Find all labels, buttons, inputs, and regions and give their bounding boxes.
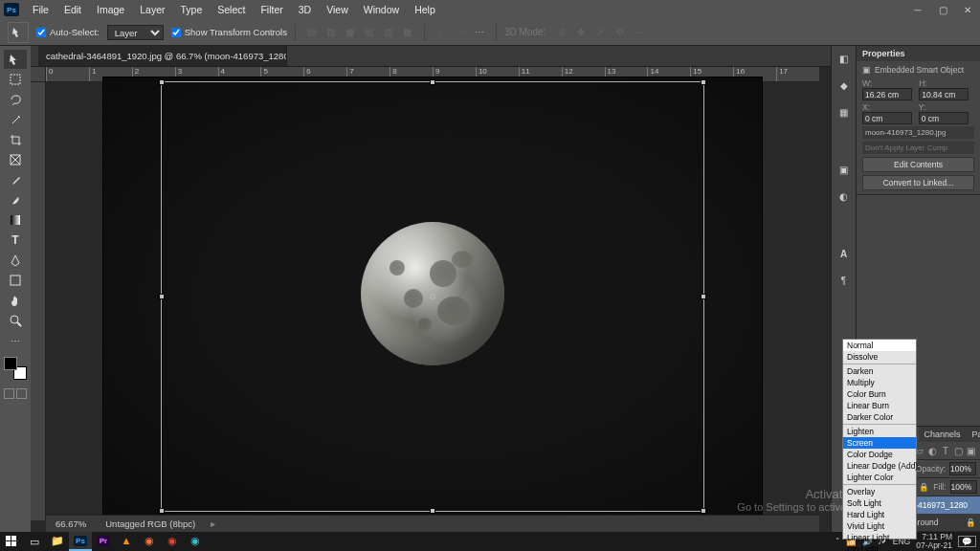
- blend-mode-option[interactable]: Pin Light: [843, 543, 916, 551]
- prop-layer-comp[interactable]: Don't Apply Layer Comp: [862, 142, 974, 154]
- tray-overflow-button[interactable]: ˄: [835, 537, 840, 546]
- blend-mode-option[interactable]: Darker Color: [843, 411, 916, 423]
- quickmask-button[interactable]: [4, 388, 14, 399]
- menu-view[interactable]: View: [319, 1, 356, 18]
- blend-mode-option[interactable]: Dissolve: [843, 351, 916, 363]
- gradient-tool[interactable]: [4, 210, 27, 230]
- menu-edit[interactable]: Edit: [56, 1, 89, 18]
- blend-mode-option[interactable]: Multiply: [843, 377, 916, 388]
- align-right-icon[interactable]: ▦: [342, 24, 359, 41]
- align-center-h-icon[interactable]: ▥: [323, 24, 340, 41]
- blend-mode-option[interactable]: Lighten: [843, 426, 916, 437]
- distribute-h-icon[interactable]: ⋮: [433, 24, 450, 41]
- menu-window[interactable]: Window: [356, 1, 407, 18]
- libraries-panel-icon[interactable]: ▣: [835, 161, 853, 178]
- blend-mode-option[interactable]: Linear Light: [843, 532, 916, 543]
- adjustments-panel-icon[interactable]: ◐: [835, 187, 853, 205]
- magic-wand-tool[interactable]: [4, 110, 27, 129]
- blend-mode-option[interactable]: Linear Burn: [843, 400, 916, 411]
- show-transform-checkbox[interactable]: [171, 28, 181, 37]
- edit-toolbar-button[interactable]: ⋯: [4, 331, 27, 350]
- menu-select[interactable]: Select: [210, 1, 253, 18]
- minimize-button[interactable]: ─: [905, 0, 930, 19]
- convert-linked-button[interactable]: Convert to Linked...: [862, 175, 974, 190]
- transform-handle-br[interactable]: [701, 508, 706, 514]
- menu-3d[interactable]: 3D: [291, 1, 319, 18]
- align-bottom-icon[interactable]: ▦: [399, 24, 416, 41]
- blend-mode-dropdown[interactable]: NormalDissolveDarkenMultiplyColor BurnLi…: [842, 339, 917, 540]
- blend-mode-option[interactable]: Color Burn: [843, 388, 916, 400]
- canvas-image[interactable]: [102, 77, 763, 517]
- blend-mode-option[interactable]: Overlay: [843, 486, 916, 497]
- transform-bounding-box[interactable]: [161, 81, 704, 512]
- shape-tool[interactable]: [4, 271, 27, 290]
- ruler-origin[interactable]: [31, 67, 46, 82]
- blend-mode-option[interactable]: Color Dodge: [843, 449, 916, 460]
- orbit-3d-icon[interactable]: ◎: [553, 24, 570, 41]
- tray-notifications-icon[interactable]: 💬: [958, 536, 976, 547]
- lasso-tool[interactable]: [4, 90, 27, 109]
- prop-y-input[interactable]: [919, 112, 969, 124]
- taskbar-vlc[interactable]: ▲: [115, 532, 138, 551]
- taskbar-premiere[interactable]: Pr: [92, 532, 115, 551]
- character-panel-icon[interactable]: A: [835, 245, 853, 262]
- opacity-input[interactable]: [949, 462, 976, 475]
- menu-layer[interactable]: Layer: [132, 1, 172, 18]
- align-center-v-icon[interactable]: ▥: [380, 24, 397, 41]
- filter-smart-icon[interactable]: ▣: [967, 446, 976, 456]
- auto-select-dropdown[interactable]: Layer: [107, 25, 164, 40]
- taskbar-edge[interactable]: ◉: [184, 532, 207, 551]
- screenmode-button[interactable]: [16, 388, 27, 399]
- type-tool[interactable]: T: [4, 231, 27, 250]
- move-tool[interactable]: [4, 50, 27, 69]
- start-button[interactable]: [0, 532, 23, 551]
- blend-mode-option[interactable]: Soft Light: [843, 497, 916, 509]
- prop-x-input[interactable]: [862, 112, 912, 124]
- align-left-icon[interactable]: ▤: [303, 24, 321, 41]
- color-swatches[interactable]: [4, 357, 27, 380]
- maximize-button[interactable]: ▢: [930, 0, 955, 19]
- menu-filter[interactable]: Filter: [253, 1, 290, 18]
- menu-image[interactable]: Image: [89, 1, 132, 18]
- auto-select-checkbox[interactable]: [36, 28, 46, 37]
- tab-channels[interactable]: Channels: [919, 427, 967, 442]
- foreground-color-swatch[interactable]: [4, 357, 17, 370]
- paragraph-panel-icon[interactable]: ¶: [835, 272, 853, 289]
- blend-mode-option[interactable]: Linear Dodge (Add): [843, 460, 916, 472]
- transform-handle-tm[interactable]: [430, 79, 435, 85]
- blend-mode-option[interactable]: Vivid Light: [843, 520, 916, 532]
- close-window-button[interactable]: ✕: [955, 0, 980, 19]
- taskbar-firefox[interactable]: ◉: [138, 532, 161, 551]
- doc-info-readout[interactable]: Untagged RGB (8bpc): [101, 518, 199, 529]
- distribute-v-icon[interactable]: ⋯: [452, 24, 469, 41]
- filter-type-icon[interactable]: T: [941, 446, 950, 456]
- pan-3d-icon[interactable]: ✥: [572, 24, 590, 41]
- more-align-icon[interactable]: ⋯: [471, 24, 488, 41]
- zoom-tool[interactable]: [4, 311, 27, 330]
- blend-mode-option[interactable]: Darken: [843, 365, 916, 377]
- taskbar-file-explorer[interactable]: 📁: [46, 532, 69, 551]
- filter-adjust-icon[interactable]: ◐: [927, 446, 937, 456]
- pen-tool[interactable]: [4, 251, 27, 270]
- zoom-readout[interactable]: 66.67%: [52, 518, 90, 529]
- transform-handle-mr[interactable]: [701, 294, 706, 299]
- eyedropper-tool[interactable]: [4, 170, 27, 189]
- crop-tool[interactable]: [4, 130, 27, 149]
- tray-clock[interactable]: 7:11 PM 07-Apr-21: [916, 533, 952, 550]
- hand-tool[interactable]: [4, 291, 27, 310]
- transform-handle-bl[interactable]: [159, 508, 165, 514]
- blend-mode-option[interactable]: Hard Light: [843, 509, 916, 520]
- lock-all-icon[interactable]: 🔒: [919, 482, 929, 493]
- fill-input[interactable]: [950, 480, 977, 494]
- roll-3d-icon[interactable]: ⟲: [611, 24, 628, 41]
- transform-handle-bm[interactable]: [430, 508, 435, 514]
- align-top-icon[interactable]: ▤: [361, 24, 378, 41]
- transform-handle-tr[interactable]: [701, 79, 706, 85]
- prop-h-input[interactable]: [919, 88, 969, 100]
- menu-help[interactable]: Help: [407, 1, 443, 18]
- marquee-tool[interactable]: [4, 70, 27, 89]
- color-panel-icon[interactable]: ◆: [835, 77, 853, 94]
- taskbar-photoshop[interactable]: Ps: [69, 532, 92, 551]
- tab-paths[interactable]: Paths: [967, 427, 980, 442]
- dolly-3d-icon[interactable]: ⤢: [591, 24, 609, 41]
